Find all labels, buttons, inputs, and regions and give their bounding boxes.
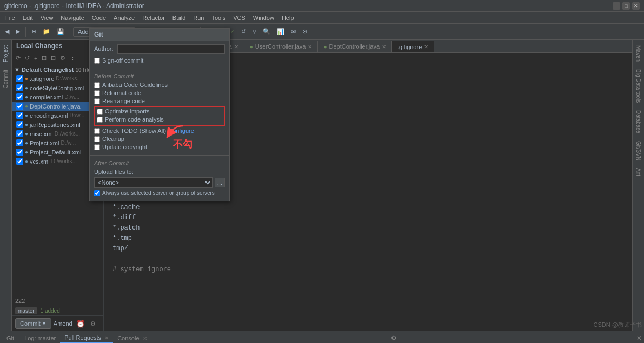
toolbar-back-btn[interactable]: ◀ — [2, 26, 12, 37]
menu-window[interactable]: Window — [250, 14, 277, 22]
toolbar-new-btn[interactable]: ⊕ — [29, 26, 39, 37]
vc-filename-compiler: compiler.xml — [30, 94, 63, 100]
right-tab-maven[interactable]: Maven — [634, 42, 643, 65]
bottom-tab-console[interactable]: Console ✕ — [113, 333, 151, 343]
tab-user-dot: ● — [250, 44, 253, 50]
commit-more-btn[interactable]: ⚙ — [89, 319, 97, 328]
menu-navigate[interactable]: Navigate — [57, 14, 87, 22]
vc-status-row: master 1 added — [12, 306, 103, 315]
optimize-label: Optimize imports — [105, 108, 150, 115]
vc-file-checkbox-codestyle[interactable] — [16, 84, 23, 91]
vc-file-checkbox-dept[interactable] — [16, 103, 23, 110]
menu-view[interactable]: View — [37, 14, 57, 22]
upload-row: <None> ... — [94, 177, 225, 188]
git-branch-btn[interactable]: ⑂ — [250, 27, 259, 37]
vc-file-checkbox-proj[interactable] — [16, 139, 23, 146]
amend-button[interactable]: Amend — [54, 320, 72, 327]
sidebar-tab-project[interactable]: Project — [1, 42, 10, 65]
tab-user-label: UserController.java — [255, 43, 306, 50]
todo-checkbox[interactable] — [94, 128, 100, 134]
right-tab-gitsvn[interactable]: Git/SVN — [634, 138, 643, 164]
tab-gitignore[interactable]: .gitignore ✕ — [392, 41, 434, 52]
menu-code[interactable]: Code — [89, 14, 109, 22]
window-controls[interactable]: — □ ✕ — [613, 2, 640, 10]
vc-collapse-btn[interactable]: ⊟ — [49, 53, 57, 63]
cleanup-checkbox[interactable] — [94, 136, 100, 142]
right-tab-bigdata[interactable]: Big Data tools — [634, 66, 643, 106]
tab-login-close[interactable]: ✕ — [234, 44, 238, 50]
pullrequests-close[interactable]: ✕ — [104, 335, 109, 341]
reformat-checkbox[interactable] — [94, 90, 100, 96]
sign-off-checkbox[interactable] — [94, 58, 100, 64]
menu-refactor[interactable]: Refactor — [139, 14, 168, 22]
optimize-row: Optimize imports — [97, 108, 222, 115]
code-line-tmp: *.tmp — [112, 233, 623, 244]
minimize-btn[interactable]: — — [613, 2, 620, 10]
tab-dept[interactable]: ● DeptController.java ✕ — [318, 41, 392, 52]
vc-file-checkbox-projd[interactable] — [16, 149, 23, 156]
vc-refresh-btn[interactable]: ⟳ — [14, 53, 22, 63]
menu-tools[interactable]: Tools — [208, 14, 229, 22]
perform-analysis-checkbox[interactable] — [97, 117, 103, 123]
vc-panel-title: Local Changes — [16, 42, 62, 50]
upload-select[interactable]: <None> — [94, 177, 213, 188]
bottom-panel-close[interactable]: ✕ — [636, 334, 642, 342]
rearrange-checkbox[interactable] — [94, 98, 100, 104]
menu-file[interactable]: File — [2, 14, 18, 22]
optimize-imports-checkbox[interactable] — [97, 109, 103, 115]
always-use-label: Always use selected server or group of s… — [102, 190, 215, 196]
always-use-checkbox[interactable] — [94, 190, 100, 196]
menu-edit[interactable]: Edit — [19, 14, 36, 22]
tab-user[interactable]: ● UserController.java ✕ — [244, 41, 318, 52]
toolbar-save-btn[interactable]: 💾 — [54, 26, 67, 37]
before-commit-label: Before Commit — [94, 73, 225, 79]
vc-file-checkbox-vcs[interactable] — [16, 158, 23, 165]
tab-dept-close[interactable]: ✕ — [382, 44, 386, 50]
console-close[interactable]: ✕ — [143, 335, 147, 341]
toolbar-forward-btn[interactable]: ▶ — [13, 26, 23, 37]
git-extra3-btn[interactable]: ⊘ — [300, 26, 310, 37]
tab-gitignore-close[interactable]: ✕ — [424, 44, 428, 50]
bottom-panel-settings[interactable]: ⚙ — [391, 334, 397, 342]
vc-add-btn[interactable]: + — [32, 54, 39, 63]
git-extra1-btn[interactable]: 📊 — [274, 26, 287, 37]
commit-dropdown-arrow[interactable]: ▼ — [42, 321, 47, 326]
vc-settings-btn[interactable]: ⚙ — [58, 53, 67, 63]
commit-button[interactable]: Commit ▼ — [15, 318, 51, 329]
copyright-checkbox[interactable] — [94, 144, 100, 150]
upload-settings-btn[interactable]: ... — [215, 178, 225, 187]
menu-help[interactable]: Help — [278, 14, 297, 22]
menu-vcs[interactable]: VCS — [230, 14, 249, 22]
vc-more-btn[interactable]: ⋮ — [68, 53, 77, 63]
vc-expand-btn[interactable]: ⊞ — [40, 53, 48, 63]
menu-analyze[interactable]: Analyze — [110, 14, 138, 22]
maximize-btn[interactable]: □ — [622, 2, 630, 10]
right-tab-database[interactable]: Database — [634, 107, 643, 137]
tab-dept-label: DeptController.java — [329, 43, 380, 50]
vc-file-checkbox-jar[interactable] — [16, 121, 23, 128]
git-extra2-btn[interactable]: ✉ — [288, 26, 298, 37]
commit-label: Commit — [20, 320, 41, 327]
bottom-tab-pullrequests[interactable]: Pull Requests ✕ — [60, 333, 113, 344]
file-type-icon-misc: ● — [25, 131, 28, 137]
bottom-tab-git[interactable]: Git: — [2, 333, 20, 343]
menu-run[interactable]: Run — [190, 14, 207, 22]
author-input[interactable] — [117, 44, 225, 54]
alibaba-checkbox[interactable] — [94, 82, 100, 88]
menu-build[interactable]: Build — [169, 14, 189, 22]
git-rollback-btn[interactable]: ↺ — [238, 26, 249, 37]
tab-user-close[interactable]: ✕ — [308, 44, 312, 50]
vc-rollback-btn[interactable]: ↺ — [23, 53, 31, 63]
commit-clock-btn[interactable]: ⏰ — [75, 319, 87, 329]
right-tab-ant[interactable]: Ant — [634, 165, 643, 179]
vc-file-checkbox-misc[interactable] — [16, 130, 23, 137]
vc-file-checkbox-enc[interactable] — [16, 112, 23, 119]
bottom-tab-log[interactable]: Log: master — [20, 333, 60, 343]
git-search-btn[interactable]: 🔍 — [260, 26, 273, 37]
vc-file-checkbox-compiler[interactable] — [16, 93, 23, 100]
toolbar-open-btn[interactable]: 📁 — [40, 26, 53, 37]
left-sidebar-tabs: Project Commit — [0, 40, 12, 331]
close-btn[interactable]: ✕ — [632, 2, 640, 10]
vc-file-checkbox-gitignore[interactable] — [16, 75, 23, 82]
sidebar-tab-commit[interactable]: Commit — [1, 66, 10, 91]
